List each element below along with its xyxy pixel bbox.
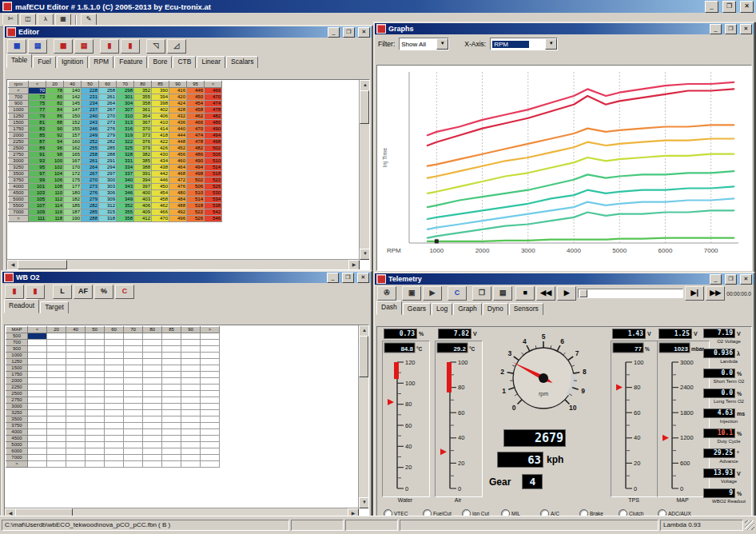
table-cell[interactable] — [28, 365, 47, 372]
table-cell[interactable]: 85 — [29, 133, 46, 139]
table-cell[interactable] — [162, 436, 181, 442]
wbo2-minimize-button[interactable]: _ — [327, 273, 339, 283]
graphs-restore-button[interactable]: ❐ — [725, 24, 737, 34]
table-cell[interactable] — [105, 378, 124, 385]
scroll-thumb[interactable] — [359, 336, 368, 377]
rec2-icon[interactable]: ▮ — [121, 39, 140, 54]
table-cell[interactable]: 440 — [169, 126, 187, 133]
table-cell[interactable]: 75 — [29, 101, 46, 107]
table-cell[interactable] — [105, 455, 124, 461]
table-cell[interactable]: 349 — [117, 197, 134, 203]
table-cell[interactable] — [86, 442, 105, 448]
table-cell[interactable]: 422 — [152, 139, 169, 145]
table-cell[interactable] — [47, 385, 66, 391]
table-cell[interactable]: 279 — [99, 133, 117, 139]
table-cell[interactable]: 170 — [64, 165, 82, 171]
row-header[interactable]: 5000 — [6, 442, 28, 448]
table-cell[interactable]: 182 — [64, 197, 82, 203]
table-cell[interactable]: 110 — [46, 190, 64, 197]
table-cell[interactable] — [28, 333, 47, 340]
table-cell[interactable]: 406 — [152, 114, 169, 120]
table-cell[interactable]: 446 — [187, 88, 205, 94]
table-cell[interactable] — [162, 461, 181, 468]
table-cell[interactable]: 231 — [82, 94, 99, 101]
table-cell[interactable]: 364 — [134, 114, 152, 120]
table-blue2-icon[interactable]: ▤ — [28, 39, 47, 54]
table-cell[interactable] — [66, 353, 86, 359]
table-cell[interactable] — [66, 397, 86, 404]
table-cell[interactable]: 237 — [82, 107, 99, 114]
table-cell[interactable] — [47, 429, 66, 436]
row-header[interactable]: 5000 — [9, 197, 29, 203]
table-cell[interactable] — [47, 404, 66, 410]
table-cell[interactable]: 546 — [205, 216, 222, 222]
table-cell[interactable]: 307 — [117, 107, 134, 114]
table-cell[interactable] — [124, 448, 143, 455]
table-cell[interactable]: 496 — [169, 216, 187, 222]
table-blue-icon[interactable]: ▦ — [7, 39, 26, 54]
table-cell[interactable]: 538 — [205, 203, 222, 209]
table-cell[interactable]: 530 — [205, 190, 222, 197]
table-cell[interactable] — [124, 416, 143, 423]
column-header[interactable]: 95 — [187, 82, 205, 88]
row-header[interactable]: 3000 — [6, 404, 28, 410]
table-cell[interactable]: 514 — [187, 197, 205, 203]
column-header[interactable]: 50 — [82, 82, 99, 88]
table-cell[interactable]: 466 — [152, 209, 169, 216]
table-cell[interactable]: 432 — [169, 114, 187, 120]
table-cell[interactable]: 474 — [187, 133, 205, 139]
table-cell[interactable]: 328 — [117, 152, 134, 158]
table-cell[interactable]: 285 — [82, 209, 99, 216]
table-cell[interactable]: 285 — [99, 145, 117, 152]
resize-grip[interactable] — [745, 520, 754, 530]
table-cell[interactable]: 177 — [64, 184, 82, 190]
table-cell[interactable]: 526 — [205, 184, 222, 190]
table-cell[interactable] — [105, 353, 124, 359]
telemetry-titlebar[interactable]: Telemetry _ ❐ ✕ — [375, 273, 754, 285]
table-cell[interactable] — [201, 353, 220, 359]
table-cell[interactable] — [105, 404, 124, 410]
table-cell[interactable]: 376 — [134, 139, 152, 145]
chevron-down-icon[interactable]: ▼ — [436, 38, 448, 50]
table-cell[interactable]: 243 — [82, 120, 99, 126]
table-cell[interactable] — [28, 359, 47, 365]
playback-button[interactable]: ▶▶ — [706, 286, 725, 301]
table-cell[interactable] — [86, 455, 105, 461]
table-cell[interactable] — [66, 404, 86, 410]
table-cell[interactable] — [181, 423, 201, 429]
table-cell[interactable] — [105, 346, 124, 353]
scroll-up-button[interactable]: ▲ — [360, 80, 370, 91]
wbo2-window[interactable]: WB O2 _ ❐ ✕ ▮▮LAF%C ReadoutTarget MAP<20… — [1, 270, 372, 522]
table-cell[interactable] — [47, 448, 66, 455]
table-cell[interactable] — [105, 416, 124, 423]
playback-slider[interactable] — [578, 289, 683, 298]
playback-button[interactable]: ■ — [515, 286, 535, 301]
table-cell[interactable]: 175 — [64, 177, 82, 184]
table-cell[interactable] — [162, 378, 181, 385]
table-cell[interactable] — [47, 410, 66, 416]
table-cell[interactable]: 267 — [99, 107, 117, 114]
table-cell[interactable] — [201, 397, 220, 404]
scroll-down-button[interactable]: ▼ — [359, 497, 369, 508]
table-cell[interactable]: 252 — [82, 139, 99, 145]
table-cell[interactable]: 155 — [64, 126, 82, 133]
column-header[interactable]: 40 — [66, 327, 86, 333]
table-cell[interactable]: 436 — [169, 120, 187, 126]
table-cell[interactable] — [86, 346, 105, 353]
table-cell[interactable]: 486 — [187, 152, 205, 158]
table-cell[interactable]: 482 — [205, 114, 222, 120]
table-cell[interactable] — [162, 410, 181, 416]
table-cell[interactable] — [105, 410, 124, 416]
table-cell[interactable] — [105, 372, 124, 378]
table-cell[interactable]: 273 — [82, 184, 99, 190]
table-cell[interactable] — [28, 385, 47, 391]
table-cell[interactable] — [162, 365, 181, 372]
table-cell[interactable] — [66, 359, 86, 365]
table-cell[interactable] — [66, 461, 86, 468]
table-cell[interactable] — [124, 359, 143, 365]
table-cell[interactable]: 458 — [152, 197, 169, 203]
table-cell[interactable]: 502 — [205, 145, 222, 152]
table-cell[interactable] — [181, 442, 201, 448]
table-cell[interactable] — [143, 333, 162, 340]
table-cell[interactable]: 249 — [82, 133, 99, 139]
